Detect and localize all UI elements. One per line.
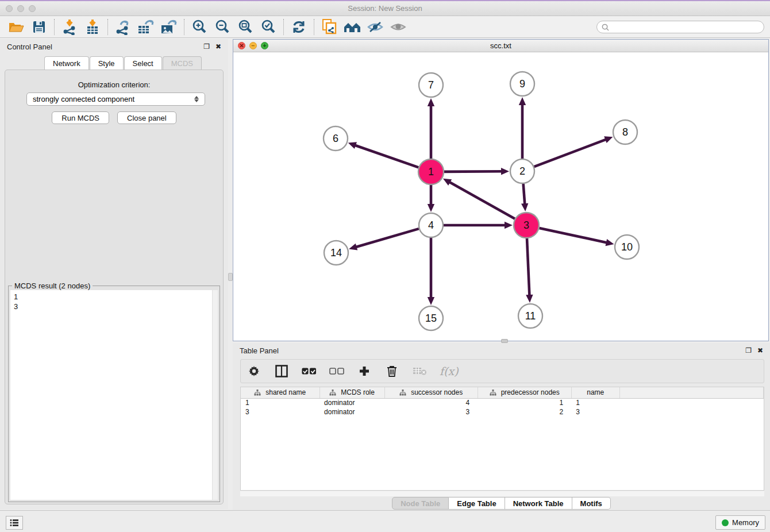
cell[interactable]: 3 xyxy=(241,407,319,417)
tab-edge-table[interactable]: Edge Table xyxy=(449,497,505,510)
column-header-predecessor-nodes[interactable]: predecessor nodes xyxy=(478,387,571,398)
node-table[interactable]: shared nameMCDS rolesuccessor nodesprede… xyxy=(240,387,764,491)
import-table-button[interactable] xyxy=(81,18,104,36)
houses-button[interactable] xyxy=(341,18,364,36)
optimization-criterion-dropdown[interactable]: strongly connected component xyxy=(26,92,205,106)
table-row[interactable]: 1dominator411 xyxy=(241,398,764,407)
new-network-from-selection-button[interactable] xyxy=(318,18,341,36)
search-field[interactable] xyxy=(596,21,764,33)
arrowhead-1-4 xyxy=(428,204,434,212)
tab-motifs[interactable]: Motifs xyxy=(572,497,611,510)
cell-filler xyxy=(619,407,763,417)
import-network-button[interactable] xyxy=(58,18,81,36)
memory-label: Memory xyxy=(732,518,759,527)
eye-icon xyxy=(390,20,407,34)
network-file-icon xyxy=(322,18,337,36)
add-column-icon[interactable] xyxy=(357,364,372,379)
memory-button[interactable]: Memory xyxy=(715,515,765,530)
settings-gear-icon[interactable] xyxy=(247,364,261,379)
delete-table-icon[interactable] xyxy=(412,364,427,379)
edge-1-6[interactable] xyxy=(354,145,418,167)
float-table-panel-icon[interactable]: ❐ xyxy=(745,347,752,354)
control-panel-title: Control Panel xyxy=(7,43,198,51)
network-view-window: ✕ − + scc.txt 7968124314101511 xyxy=(233,39,769,341)
float-panel-icon[interactable]: ❐ xyxy=(203,43,210,50)
memory-status-icon xyxy=(722,519,729,526)
control-panel-header: Control Panel ❐ ✖ xyxy=(0,39,228,54)
toolbar-separator xyxy=(54,19,55,35)
cell[interactable]: 1 xyxy=(478,398,571,407)
zoom-selected-button[interactable] xyxy=(257,18,280,36)
tab-network-table[interactable]: Network Table xyxy=(505,497,572,510)
mcds-result-area[interactable]: 1 3 xyxy=(10,290,218,500)
close-panel-icon[interactable]: ✖ xyxy=(215,43,221,50)
show-all-button[interactable] xyxy=(387,18,410,36)
cell[interactable]: 3 xyxy=(571,407,619,417)
zoom-out-icon xyxy=(214,19,230,35)
list-icon xyxy=(10,519,19,527)
tab-node-table[interactable]: Node Table xyxy=(392,497,449,510)
column-header-successor-nodes[interactable]: successor nodes xyxy=(384,387,478,398)
split-pane-icon[interactable] xyxy=(274,364,289,379)
table-horizontal-scrollbar[interactable] xyxy=(240,491,764,496)
select-all-checkboxes-icon[interactable] xyxy=(302,364,317,379)
edge-2-8[interactable] xyxy=(534,139,607,167)
control-tab-style[interactable]: Style xyxy=(90,56,124,70)
search-input[interactable] xyxy=(612,23,759,31)
panel-splitter-grip[interactable] xyxy=(228,273,233,281)
column-header-shared-name[interactable]: shared name xyxy=(241,387,319,398)
network-window-titlebar[interactable]: ✕ − + scc.txt xyxy=(233,40,768,52)
edge-2-3[interactable] xyxy=(523,184,525,205)
column-header-MCDS-role[interactable]: MCDS role xyxy=(319,387,384,398)
hide-selected-button[interactable] xyxy=(364,18,387,36)
close-panel-button[interactable]: Close panel xyxy=(117,111,176,124)
edge-3-10[interactable] xyxy=(539,228,607,243)
node-label-14: 14 xyxy=(330,247,342,259)
edge-3-1[interactable] xyxy=(449,182,515,219)
zoom-fit-button[interactable] xyxy=(234,18,257,36)
edge-3-11[interactable] xyxy=(527,238,529,296)
task-history-button[interactable] xyxy=(6,516,23,530)
network-graph[interactable]: 7968124314101511 xyxy=(233,52,768,341)
cell[interactable]: 4 xyxy=(384,398,478,407)
cell[interactable]: 2 xyxy=(478,407,571,417)
cell[interactable]: dominator xyxy=(319,398,384,407)
arrowhead-3-11 xyxy=(526,295,533,303)
export-table-button[interactable] xyxy=(134,18,157,36)
save-session-button[interactable] xyxy=(28,18,51,36)
run-mcds-button[interactable]: Run MCDS xyxy=(52,111,109,124)
zoom-out-button[interactable] xyxy=(211,18,234,36)
control-panel-tabs: NetworkStyleSelectMCDS xyxy=(44,56,202,70)
export-image-button[interactable] xyxy=(157,18,180,36)
refresh-view-button[interactable] xyxy=(287,18,310,36)
cell[interactable]: 1 xyxy=(241,398,319,407)
close-table-panel-icon[interactable]: ✖ xyxy=(757,347,763,354)
network-window-resize-grip[interactable] xyxy=(501,339,508,343)
deselect-checkboxes-icon[interactable] xyxy=(329,364,344,379)
delete-column-icon[interactable] xyxy=(384,364,399,379)
edge-4-14[interactable] xyxy=(355,229,419,247)
control-tab-mcds[interactable]: MCDS xyxy=(163,56,202,70)
toolbar-separator xyxy=(283,19,284,35)
network-canvas[interactable]: 7968124314101511 xyxy=(233,52,768,341)
node-label-3: 3 xyxy=(523,219,529,231)
arrowhead-1-7 xyxy=(428,98,434,106)
app-title: Session: New Session xyxy=(0,4,770,13)
node-label-15: 15 xyxy=(425,313,437,324)
result-scrollbar[interactable] xyxy=(212,290,218,500)
control-tab-select[interactable]: Select xyxy=(124,56,162,70)
edge-1-2[interactable] xyxy=(444,171,503,172)
cell[interactable]: 3 xyxy=(384,407,478,417)
node-label-1: 1 xyxy=(428,166,434,178)
node-label-2: 2 xyxy=(519,165,525,177)
zoom-in-button[interactable] xyxy=(188,18,211,36)
function-builder-button[interactable]: f(x) xyxy=(440,365,459,377)
cell[interactable]: dominator xyxy=(319,407,384,417)
table-row[interactable]: 3dominator323 xyxy=(241,407,764,417)
control-tab-network[interactable]: Network xyxy=(44,56,89,70)
export-network-button[interactable] xyxy=(111,18,134,36)
open-session-button[interactable] xyxy=(5,18,28,36)
column-header-name[interactable]: name xyxy=(571,387,619,398)
houses-icon xyxy=(343,20,361,34)
cell[interactable]: 1 xyxy=(571,398,619,407)
